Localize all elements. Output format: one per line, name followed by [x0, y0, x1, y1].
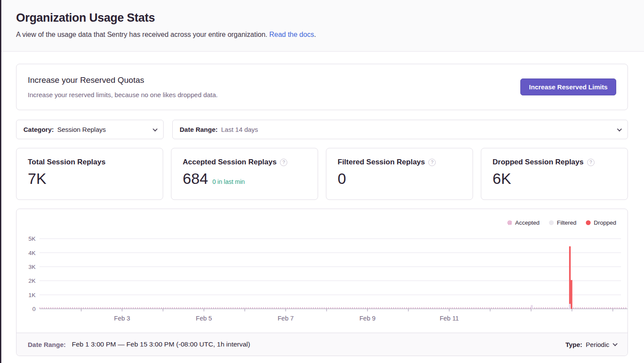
help-question-icon[interactable]: ?	[280, 159, 287, 166]
stat-card-accepted: Accepted Session Replays ? 684 0 in last…	[171, 148, 318, 200]
increase-reserved-limits-button[interactable]: Increase Reserved Limits	[520, 78, 616, 95]
date-range-select[interactable]: Date Range: Last 14 days	[172, 120, 628, 139]
svg-text:Feb 9: Feb 9	[359, 315, 375, 322]
page-title: Organization Usage Stats	[16, 11, 628, 25]
usage-chart-card: Accepted Filtered Dropped	[16, 209, 628, 356]
legend-item-dropped[interactable]: Dropped	[586, 219, 616, 226]
quota-banner-title: Increase your Reserved Quotas	[28, 75, 218, 85]
type-select-value: Periodic	[586, 341, 609, 348]
stat-card-total: Total Session Replays 7K	[16, 148, 163, 200]
main-content: Increase your Reserved Quotas Increase y…	[0, 52, 644, 356]
stat-card-value: 684	[183, 170, 208, 187]
subtitle-text: A view of the usage data that Sentry has…	[16, 31, 267, 38]
chevron-down-icon	[613, 341, 618, 346]
chevron-down-icon	[153, 126, 158, 131]
chart-legend: Accepted Filtered Dropped	[507, 219, 616, 226]
stat-card-value: 6K	[493, 170, 511, 187]
stat-card-title: Filtered Session Replays	[338, 158, 425, 167]
type-select-label: Type:	[565, 341, 582, 348]
help-question-icon[interactable]: ?	[428, 159, 436, 166]
help-question-icon[interactable]: ?	[587, 159, 595, 166]
stat-card-dropped: Dropped Session Replays ? 6K	[481, 148, 628, 200]
svg-text:0: 0	[32, 306, 36, 312]
stat-card-title: Total Session Replays	[28, 158, 105, 167]
svg-text:1K: 1K	[28, 292, 36, 298]
footer-date-range-value: Feb 1 3:00 PM — Feb 15 3:00 PM (-08:00 U…	[72, 340, 250, 348]
chart-plot-svg: 01K2K3K4K5KFeb 3Feb 5Feb 7Feb 9Feb 11	[16, 209, 628, 333]
filtered-series-dot-icon	[549, 220, 554, 225]
usage-chart: Accepted Filtered Dropped	[16, 209, 628, 333]
type-select[interactable]: Type: Periodic	[565, 341, 616, 348]
svg-text:Feb 3: Feb 3	[114, 315, 130, 322]
chevron-down-icon	[617, 126, 622, 131]
stat-card-value: 7K	[28, 170, 46, 187]
legend-item-accepted[interactable]: Accepted	[507, 219, 539, 226]
svg-text:4K: 4K	[28, 250, 36, 256]
category-select-label: Category:	[23, 126, 54, 133]
svg-text:5K: 5K	[28, 235, 36, 242]
category-select[interactable]: Category:Session Replays	[16, 120, 164, 139]
filter-row: Category:Session Replays Date Range: Las…	[16, 120, 628, 139]
page-header: Organization Usage Stats A view of the u…	[0, 0, 644, 52]
reserved-quota-banner: Increase your Reserved Quotas Increase y…	[16, 64, 628, 110]
quota-banner-description: Increase your reserved limits, because n…	[28, 91, 218, 98]
date-range-select-value: Last 14 days	[221, 126, 258, 133]
stat-card-title: Accepted Session Replays	[183, 158, 276, 167]
read-the-docs-link[interactable]: Read the docs	[269, 31, 314, 38]
svg-text:Feb 5: Feb 5	[196, 315, 212, 322]
page-subtitle: A view of the usage data that Sentry has…	[16, 31, 628, 39]
svg-text:2K: 2K	[28, 278, 36, 284]
svg-text:Feb 7: Feb 7	[278, 315, 294, 322]
svg-text:Feb 11: Feb 11	[440, 315, 459, 322]
date-range-select-label: Date Range:	[180, 126, 218, 133]
stat-card-rate-text: 0 in last min	[212, 178, 245, 185]
subtitle-period: .	[314, 31, 316, 38]
stat-card-filtered: Filtered Session Replays ? 0	[326, 148, 473, 200]
category-select-value: Session Replays	[57, 126, 106, 133]
app-edge-strip	[0, 0, 1, 363]
dropped-series-dot-icon	[586, 220, 591, 225]
stat-card-value: 0	[338, 170, 346, 187]
accepted-series-dot-icon	[507, 220, 512, 225]
footer-date-range-label: Date Range:	[28, 341, 66, 348]
stat-card-title: Dropped Session Replays	[493, 158, 584, 167]
stat-cards-row: Total Session Replays 7K Accepted Sessio…	[16, 148, 628, 200]
svg-text:3K: 3K	[28, 264, 36, 270]
legend-item-filtered[interactable]: Filtered	[549, 219, 576, 226]
chart-footer-bar: Date Range: Feb 1 3:00 PM — Feb 15 3:00 …	[16, 333, 628, 356]
